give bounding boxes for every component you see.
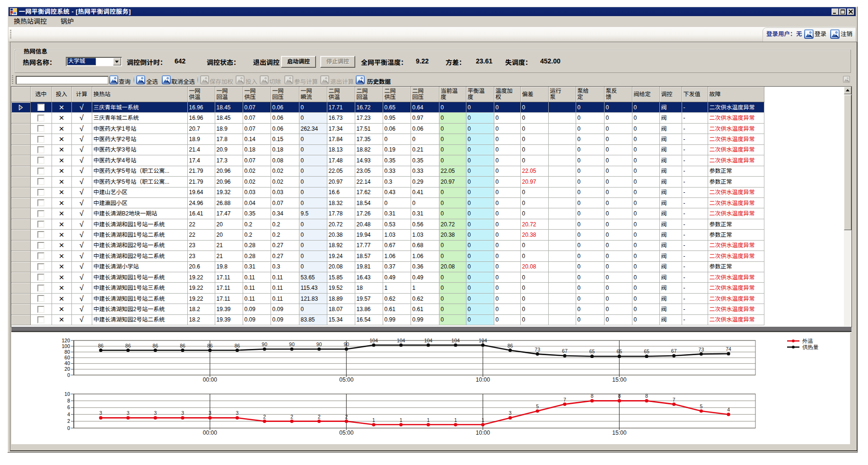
svg-text:1: 1	[372, 417, 375, 423]
svg-text:00:00: 00:00	[203, 376, 217, 383]
svg-text:3: 3	[209, 410, 211, 416]
svg-text:86: 86	[180, 343, 185, 349]
svg-text:10: 10	[64, 391, 70, 397]
svg-text:外温: 外温	[802, 338, 813, 344]
svg-text:100: 100	[61, 343, 70, 349]
svg-text:40: 40	[64, 360, 70, 366]
svg-text:15:00: 15:00	[612, 376, 626, 383]
svg-text:2: 2	[345, 414, 348, 420]
svg-text:2: 2	[67, 418, 70, 424]
svg-text:86: 86	[98, 343, 104, 349]
svg-text:86: 86	[125, 343, 131, 349]
svg-text:65: 65	[644, 349, 649, 354]
svg-text:8: 8	[591, 393, 594, 399]
svg-text:8: 8	[618, 393, 621, 399]
svg-text:7: 7	[563, 397, 566, 402]
svg-text:120: 120	[61, 338, 70, 343]
svg-text:86: 86	[235, 343, 240, 349]
svg-text:3: 3	[181, 410, 184, 416]
svg-text:3: 3	[99, 410, 102, 416]
svg-text:8: 8	[67, 398, 70, 403]
svg-text:05:00: 05:00	[339, 376, 353, 383]
svg-text:1: 1	[454, 417, 457, 423]
svg-text:104: 104	[451, 338, 460, 343]
svg-text:1: 1	[427, 417, 430, 423]
svg-text:104: 104	[479, 338, 487, 343]
svg-text:10:00: 10:00	[476, 429, 490, 436]
svg-text:1: 1	[482, 417, 484, 423]
svg-text:1: 1	[400, 417, 403, 423]
svg-text:90: 90	[289, 341, 295, 347]
svg-text:00:00: 00:00	[203, 429, 217, 436]
svg-text:104: 104	[397, 338, 405, 343]
svg-text:20: 20	[64, 366, 70, 372]
svg-text:90: 90	[343, 341, 349, 347]
svg-text:0: 0	[67, 425, 70, 431]
svg-text:2: 2	[290, 414, 293, 420]
svg-text:2: 2	[263, 414, 266, 420]
svg-text:5: 5	[536, 403, 539, 409]
svg-text:8: 8	[645, 393, 648, 399]
svg-text:74: 74	[726, 346, 731, 352]
svg-text:104: 104	[369, 338, 378, 343]
svg-text:86: 86	[508, 343, 513, 349]
svg-text:104: 104	[424, 338, 433, 343]
svg-text:供热量: 供热量	[802, 344, 819, 350]
svg-text:67: 67	[562, 348, 568, 354]
svg-text:65: 65	[616, 349, 622, 354]
svg-text:90: 90	[262, 341, 267, 347]
svg-text:86: 86	[207, 343, 213, 349]
svg-text:3: 3	[236, 410, 239, 416]
svg-text:65: 65	[589, 349, 595, 354]
svg-text:3: 3	[509, 410, 512, 416]
svg-text:4: 4	[727, 407, 730, 412]
svg-text:86: 86	[153, 343, 158, 349]
svg-text:80: 80	[64, 349, 70, 355]
svg-text:10:00: 10:00	[476, 376, 490, 383]
svg-text:73: 73	[535, 347, 540, 352]
svg-text:73: 73	[699, 347, 704, 352]
svg-text:05:00: 05:00	[339, 429, 353, 436]
svg-text:67: 67	[671, 348, 677, 354]
svg-text:5: 5	[700, 403, 702, 409]
svg-text:7: 7	[673, 397, 675, 402]
svg-text:6: 6	[67, 404, 70, 410]
svg-text:2: 2	[318, 414, 321, 420]
svg-text:60: 60	[64, 355, 70, 360]
svg-text:90: 90	[316, 341, 322, 347]
svg-text:3: 3	[127, 410, 130, 416]
svg-text:0: 0	[67, 372, 70, 378]
svg-text:4: 4	[67, 411, 70, 417]
svg-text:3: 3	[154, 410, 157, 416]
svg-text:15:00: 15:00	[612, 429, 626, 436]
